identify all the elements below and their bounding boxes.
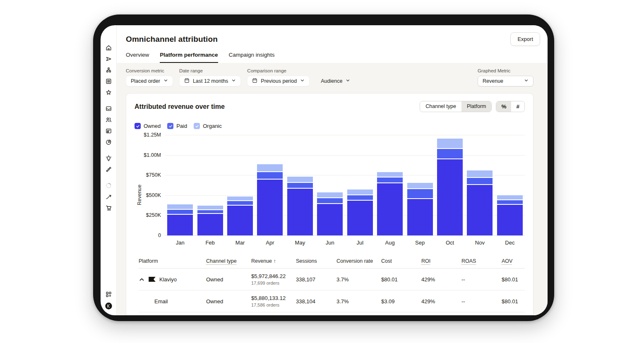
stacked-bar-jun[interactable]: [317, 192, 343, 235]
bar-segment-organic: [467, 170, 493, 177]
audience-dropdown[interactable]: Audience: [316, 76, 355, 86]
legend-item-organic[interactable]: Organic: [194, 123, 222, 129]
table-row-klaviyo[interactable]: KlaviyoOwned$5,972,846.2217,699 orders33…: [139, 269, 525, 290]
view-toggle: Channel typePlatform: [420, 101, 492, 112]
x-tick-label: Jan: [165, 240, 195, 246]
bar-segment-organic: [377, 172, 403, 177]
date-range-dropdown[interactable]: Last 12 months: [179, 76, 241, 86]
bar-column-jan: [165, 135, 195, 235]
table-row-email[interactable]: EmailOwned$5,880,133.1217,586 orders338,…: [139, 290, 525, 312]
revenue-value: $5,972,846.22: [251, 273, 296, 279]
column-header-roas[interactable]: ROAS: [461, 258, 502, 264]
tab-overview[interactable]: Overview: [126, 52, 149, 63]
chevron-down-icon: [524, 78, 529, 84]
stacked-bar-jan[interactable]: [167, 204, 193, 235]
column-header-roi[interactable]: ROI: [421, 258, 461, 264]
stacked-bar-oct[interactable]: [437, 139, 463, 235]
export-button[interactable]: Export: [510, 32, 540, 46]
chart: Revenue $1.25M$1.00M$750K$500K$250K0 Jan…: [135, 135, 525, 246]
legend-item-owned[interactable]: Owned: [135, 123, 161, 129]
graphed-metric-value: Revenue: [483, 78, 503, 84]
home-icon[interactable]: [105, 44, 112, 51]
x-tick-label: Jul: [345, 240, 375, 246]
conversion-metric-dropdown[interactable]: Placed order: [126, 76, 173, 86]
format--[interactable]: %: [496, 101, 511, 112]
orders-subtext: 17,699 orders: [251, 281, 296, 285]
y-axis: $1.25M$1.00M$750K$500K$250K0: [142, 135, 165, 235]
stacked-bar-mar[interactable]: [227, 197, 253, 235]
comparison-range-dropdown[interactable]: Previous period: [247, 76, 310, 86]
links-icon[interactable]: [105, 166, 112, 173]
bar-segment-paid: [407, 189, 433, 198]
cart-icon[interactable]: [105, 204, 112, 211]
checkbox-organic[interactable]: [194, 123, 200, 129]
toggle-channel-type[interactable]: Channel type: [420, 101, 461, 112]
bar-column-dec: [495, 135, 525, 235]
stacked-bar-dec[interactable]: [497, 195, 523, 235]
chevron-down-icon: [231, 78, 236, 84]
bar-segment-owned: [377, 183, 403, 235]
spinner-icon[interactable]: [105, 182, 112, 189]
legend-item-paid[interactable]: Paid: [167, 123, 187, 129]
klaviyo-flag-icon: [149, 277, 156, 282]
toggle-platform[interactable]: Platform: [461, 101, 492, 112]
stacked-bar-aug[interactable]: [377, 172, 403, 235]
news-icon[interactable]: [105, 127, 112, 134]
stacked-bar-may[interactable]: [287, 177, 313, 235]
channel-type-cell: Owned: [206, 276, 251, 283]
list-icon[interactable]: [105, 78, 112, 85]
bar-segment-owned: [197, 214, 223, 235]
bar-column-nov: [465, 135, 495, 235]
graphed-metric-filter: Graphed Metric Revenue: [478, 68, 533, 86]
bar-segment-organic: [257, 164, 283, 171]
column-header-aov[interactable]: AOV: [502, 258, 525, 264]
klaviyo-badge-icon[interactable]: [105, 302, 112, 309]
x-tick-label: Mar: [225, 240, 255, 246]
stacked-bar-nov[interactable]: [467, 170, 493, 235]
tab-platform-performance[interactable]: Platform performance: [160, 52, 218, 63]
chevron-up-icon[interactable]: [139, 276, 145, 283]
date-range-value: Last 12 months: [193, 78, 228, 84]
tray-icon[interactable]: [105, 105, 112, 112]
platform-name: Email: [154, 298, 168, 305]
apps-icon[interactable]: [105, 291, 112, 298]
send-icon[interactable]: [105, 55, 112, 62]
x-tick-label: Jun: [315, 240, 345, 246]
y-tick-label: $1.25M: [144, 132, 161, 138]
stacked-bar-feb[interactable]: [197, 206, 223, 235]
stacked-bar-jul[interactable]: [347, 189, 373, 235]
column-header-conversion-rate[interactable]: Conversion rate: [336, 258, 381, 264]
flow-icon[interactable]: [105, 67, 112, 74]
roas-cell: --: [461, 276, 502, 283]
column-header-cost[interactable]: Cost: [381, 258, 421, 264]
chevron-down-icon: [163, 78, 168, 84]
users-icon[interactable]: [105, 116, 112, 123]
format--[interactable]: #: [511, 101, 524, 112]
tab-campaign-insights[interactable]: Campaign insights: [229, 52, 275, 63]
x-tick-label: Nov: [465, 240, 495, 246]
chart-legend: OwnedPaidOrganic: [135, 123, 525, 129]
column-header-platform[interactable]: Platform: [139, 258, 206, 264]
stacked-bar-sep[interactable]: [407, 183, 433, 235]
bar-column-oct: [435, 135, 465, 235]
platform-cell: Email: [139, 298, 206, 305]
bar-column-jun: [315, 135, 345, 235]
trend-icon[interactable]: [105, 193, 112, 200]
column-header-sessions[interactable]: Sessions: [296, 258, 336, 264]
bulb-icon[interactable]: [105, 155, 112, 162]
graphed-metric-dropdown[interactable]: Revenue: [478, 76, 533, 86]
checkbox-paid[interactable]: [167, 123, 173, 129]
sessions-cell: 338,107: [296, 276, 336, 283]
column-header-channel-type[interactable]: Channel type: [206, 258, 251, 264]
roi-cell: 429%: [421, 298, 461, 305]
cost-cell: $80.01: [381, 276, 421, 283]
graphed-metric-label: Graphed Metric: [478, 68, 533, 73]
bar-segment-paid: [347, 195, 373, 200]
bar-column-aug: [375, 135, 405, 235]
stacked-bar-apr[interactable]: [257, 164, 283, 235]
checkbox-owned[interactable]: [135, 123, 141, 129]
pie-icon[interactable]: [105, 139, 112, 146]
column-header-revenue[interactable]: Revenue ↑: [251, 258, 296, 264]
star-icon[interactable]: [105, 89, 112, 96]
y-tick-label: $250K: [146, 212, 161, 218]
